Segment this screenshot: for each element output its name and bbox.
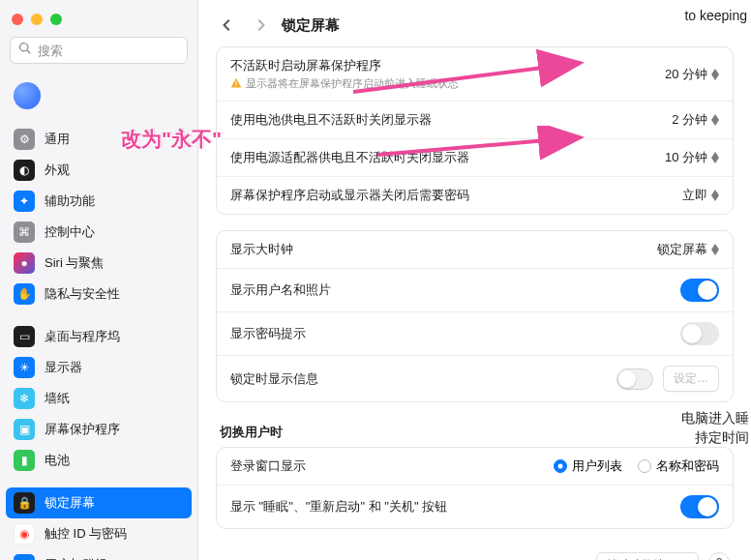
sidebar-item-users[interactable]: 👥用户与群组 [6,549,192,560]
chevron-updown-icon [711,114,719,126]
bg-text-fragment: to keeping [684,8,747,23]
main-panel: 锁定屏幕 不活跃时启动屏幕保护程序 显示器将在屏幕保护程序启动前进入睡眠状态 2… [198,0,751,560]
large-clock-popup[interactable]: 锁定屏幕 [657,241,719,258]
sidebar-item-label: 用户与群组 [45,556,107,560]
login-window-name-radio[interactable]: 名称和密码 [638,457,719,475]
sidebar-item-label: 锁定屏幕 [45,494,95,512]
header: 锁定屏幕 [198,0,751,46]
lock-message-label: 锁定时显示信息 [230,370,616,388]
sidebar-item-label: 控制中心 [45,223,95,241]
popup-value: 锁定屏幕 [657,241,707,258]
radio-label: 用户列表 [572,457,622,475]
fingerprint-icon: ◉ [14,523,35,545]
popup-value: 立即 [682,187,707,204]
bg-text-fragment: 电脑进入睡 [681,410,749,427]
warning-icon [230,77,242,91]
sidebar: ⚙通用 ◐外观 ✦辅助功能 ⌘控制中心 ●Siri 与聚焦 ✋隐私与安全性 ▭桌… [0,0,198,560]
power-display-off-label: 使用电源适配器供电且不活跃时关闭显示器 [230,149,665,166]
show-username-toggle[interactable] [680,279,719,302]
sidebar-item-dock[interactable]: ▭桌面与程序坞 [6,321,192,352]
control-center-icon: ⌘ [14,221,35,243]
search-icon [18,42,32,59]
gear-icon: ⚙ [14,129,35,150]
chevron-updown-icon [711,190,719,201]
battery-display-off-label: 使用电池供电且不活跃时关闭显示器 [230,111,672,129]
hand-icon: ✋ [14,283,35,305]
sidebar-item-label: 通用 [45,131,70,148]
require-password-popup[interactable]: 立即 [682,187,719,204]
help-button[interactable]: ? [708,552,730,560]
power-display-off-popup[interactable]: 10 分钟 [665,149,719,166]
siri-icon: ● [14,252,35,274]
login-window-label: 登录窗口显示 [230,457,554,475]
search-field[interactable] [10,37,188,64]
radio-dot-icon [638,459,651,473]
warning-text: 显示器将在屏幕保护程序启动前进入睡眠状态 [246,76,459,91]
sidebar-item-label: 辅助功能 [45,192,95,210]
sidebar-item-label: 电池 [45,452,70,469]
radio-dot-icon [554,459,567,473]
sidebar-item-wallpaper[interactable]: ❄墙纸 [6,383,192,414]
sidebar-item-label: 触控 ID 与密码 [45,525,127,543]
sidebar-item-label: 外观 [45,162,70,179]
show-sleep-buttons-label: 显示 "睡眠"、"重新启动" 和 "关机" 按钮 [230,498,680,516]
screensaver-start-popup[interactable]: 20 分钟 [665,66,719,83]
sidebar-item-touch-id[interactable]: ◉触控 ID 与密码 [6,518,192,549]
users-icon: 👥 [14,554,35,560]
appearance-icon: ◐ [14,160,35,181]
sidebar-item-accessibility[interactable]: ✦辅助功能 [6,186,192,217]
battery-display-off-popup[interactable]: 2 分钟 [672,111,719,129]
chevron-updown-icon [711,152,719,163]
sidebar-item-appearance[interactable]: ◐外观 [6,155,192,186]
sidebar-item-label: 墙纸 [45,390,70,407]
display-icon: ☀ [14,357,35,378]
zoom-window[interactable] [50,14,62,25]
large-clock-label: 显示大时钟 [230,241,657,258]
screensaver-warning: 显示器将在屏幕保护程序启动前进入睡眠状态 [230,76,665,91]
minimize-window[interactable] [31,14,43,25]
back-button[interactable] [216,14,239,37]
chevron-updown-icon [711,69,719,80]
sidebar-item-label: 屏幕保护程序 [45,421,120,438]
chevron-updown-icon [711,244,719,255]
sidebar-item-privacy[interactable]: ✋隐私与安全性 [6,279,192,309]
sidebar-item-screensaver[interactable]: ▣屏幕保护程序 [6,414,192,445]
login-window-list-radio[interactable]: 用户列表 [554,457,622,475]
dock-icon: ▭ [14,326,35,347]
sidebar-item-lock-screen[interactable]: 🔒锁定屏幕 [6,487,192,518]
sidebar-item-control-center[interactable]: ⌘控制中心 [6,217,192,248]
window-controls [0,0,197,33]
sidebar-item-label: Siri 与聚焦 [45,254,104,272]
accessibility-options-button[interactable]: 辅助功能选项… [596,552,699,560]
popup-value: 10 分钟 [665,149,707,166]
popup-value: 2 分钟 [672,111,707,129]
search-input[interactable] [38,44,200,58]
sidebar-item-label: 显示器 [45,359,82,376]
lock-icon: 🔒 [14,492,35,514]
battery-icon: ▮ [14,450,35,471]
sidebar-item-general[interactable]: ⚙通用 [6,124,192,155]
switch-user-section: 切换用户时 [216,418,734,447]
radio-label: 名称和密码 [656,457,719,475]
popup-value: 20 分钟 [665,66,707,83]
screensaver-start-label: 不活跃时启动屏幕保护程序 [230,57,665,74]
sidebar-item-battery[interactable]: ▮电池 [6,445,192,476]
sidebar-nav: ⚙通用 ◐外观 ✦辅助功能 ⌘控制中心 ●Siri 与聚焦 ✋隐私与安全性 ▭桌… [0,74,197,560]
sidebar-item-label: 隐私与安全性 [45,285,120,303]
show-password-hint-toggle[interactable] [680,322,719,345]
require-password-label: 屏幕保护程序启动或显示器关闭后需要密码 [230,187,682,204]
show-password-hint-label: 显示密码提示 [230,325,680,342]
lock-message-set-button[interactable]: 设定… [663,366,719,392]
accessibility-icon: ✦ [14,191,35,212]
show-sleep-buttons-toggle[interactable] [680,495,719,518]
forward-button[interactable] [249,14,272,37]
page-title: 锁定屏幕 [282,16,340,35]
lock-message-toggle[interactable] [616,368,653,390]
bg-text-fragment: 持定时间 [695,429,749,447]
show-username-label: 显示用户名和照片 [230,281,680,299]
apple-id-icon [14,82,41,109]
sidebar-item-displays[interactable]: ☀显示器 [6,352,192,383]
screensaver-icon: ▣ [14,419,35,440]
sidebar-item-siri[interactable]: ●Siri 与聚焦 [6,248,192,279]
close-window[interactable] [12,14,23,25]
